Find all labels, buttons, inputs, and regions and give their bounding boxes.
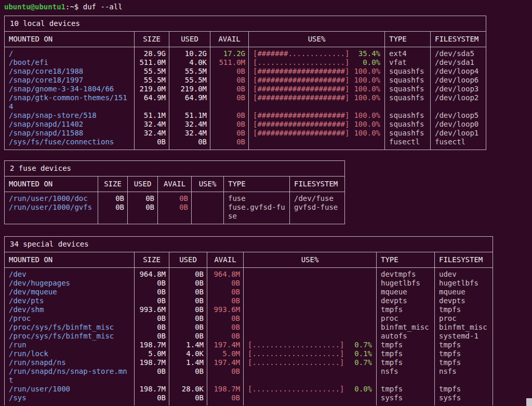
- header-use: USE%: [244, 252, 377, 268]
- cell-size: 198.7M: [135, 385, 169, 394]
- cell-mounted-on: /run/lock: [5, 349, 135, 358]
- usage-bar: [####################]: [253, 67, 349, 76]
- cell-avail: 511.0M: [210, 58, 249, 67]
- cell-mounted-on: /: [5, 47, 135, 59]
- cell-size: 964.8M: [135, 268, 169, 279]
- cell-mounted-on: /dev/hugepages: [5, 279, 135, 288]
- header-filesystem: FILESYSTEM: [431, 32, 486, 47]
- usage-bar: [....................]: [248, 349, 344, 358]
- cell-avail: 0B: [207, 288, 244, 296]
- usage-percent: 0.1%: [354, 349, 372, 358]
- cell-filesystem: nsfs: [435, 367, 493, 385]
- cell-avail: 964.8M: [207, 268, 244, 279]
- cell-use-percent: [####################]100.0%: [249, 76, 385, 85]
- cell-type: ext4: [385, 47, 431, 59]
- usage-bar: [####################]: [253, 76, 349, 85]
- cell-use-percent: [244, 305, 377, 314]
- header-use: USE%: [192, 177, 224, 192]
- header-type: TYPE: [224, 177, 290, 192]
- cell-used: 1.4M: [169, 358, 207, 367]
- cell-used: 64.9M: [169, 93, 210, 111]
- cell-used: 0B: [169, 279, 207, 288]
- cell-size: 511.0M: [135, 58, 169, 67]
- usage-percent: 0.7%: [354, 341, 372, 349]
- cell-use-percent: [244, 288, 377, 296]
- cell-type: hugetlbfs: [377, 279, 435, 288]
- usage-bar: [####################]: [253, 85, 349, 93]
- cell-used: 4.0K: [169, 349, 207, 358]
- header-size: SIZE: [135, 32, 169, 47]
- cell-use-percent: [####################]100.0%: [249, 120, 385, 129]
- table-row: /sys/fs/fuse/connections0B0B0Bfusectlfus…: [5, 138, 486, 150]
- table-row: /run/user/1000/gvfs0B0B0Bfuse.gvfsd-fuse…: [5, 203, 345, 224]
- cell-use-percent: [####################]100.0%: [249, 93, 385, 111]
- cell-mounted-on: /proc/sys/fs/binfmt_misc: [5, 332, 135, 341]
- cell-size: 5.0M: [135, 349, 169, 358]
- table-title: 34 special devices: [5, 237, 493, 252]
- scrollbar-thumb[interactable]: [526, 398, 532, 406]
- cell-used: 10.2G: [169, 47, 210, 59]
- fuse-devices-table: 2 fuse devicesMOUNTED ONSIZEUSEDAVAILUSE…: [4, 160, 345, 224]
- cell-use-percent: [....................]0.7%: [244, 358, 377, 367]
- cell-type: squashfs: [385, 129, 431, 138]
- table-row: /run/user/1000/doc0B0B0Bfuse/dev/fuse: [5, 192, 345, 204]
- cell-type: nsfs: [377, 367, 435, 385]
- cell-use-percent: [....................]0.0%: [249, 58, 385, 67]
- cell-filesystem: tmpfs: [435, 349, 493, 358]
- cell-avail: 993.6M: [207, 305, 244, 314]
- cell-type: squashfs: [385, 111, 431, 120]
- cell-use-percent: [####################]100.0%: [249, 67, 385, 76]
- cell-filesystem: /dev/loop1: [431, 129, 486, 138]
- table-row: /dev/mqueue0B0B0Bmqueuemqueue: [5, 288, 493, 296]
- cell-type: sysfs: [377, 394, 435, 405]
- cell-size: 55.5M: [135, 76, 169, 85]
- cell-size: 0B: [135, 323, 169, 332]
- cell-type: fuse: [224, 192, 290, 204]
- usage-bar: [....................]: [253, 58, 349, 67]
- usage-bar: [####################]: [253, 111, 349, 120]
- cell-type: squashfs: [385, 85, 431, 93]
- table-row: /snap/snap-store/51851.1M51.1M0B[#######…: [5, 111, 486, 120]
- table-row: /run/snapd/ns/snap-store.mnt0B0B0Bnsfsns…: [5, 367, 493, 385]
- table-title: 2 fuse devices: [5, 161, 345, 177]
- cell-filesystem: /dev/loop3: [431, 85, 486, 93]
- cell-avail: 5.0M: [207, 349, 244, 358]
- usage-percent: 100.0%: [354, 85, 380, 93]
- cell-size: 0B: [135, 332, 169, 341]
- cell-size: 55.5M: [135, 67, 169, 76]
- cell-use-percent: [192, 192, 224, 204]
- terminal-window[interactable]: ubuntu@ubuntu1:~$ duf --all 10 local dev…: [0, 0, 532, 406]
- header-filesystem: FILESYSTEM: [290, 177, 345, 192]
- cell-mounted-on: /snap/snapd/11402: [5, 120, 135, 129]
- usage-percent: 100.0%: [354, 67, 380, 76]
- usage-bar: [....................]: [248, 385, 344, 394]
- table-header-row: MOUNTED ONSIZEUSEDAVAILUSE%TYPEFILESYSTE…: [5, 177, 345, 192]
- cell-filesystem: /dev/loop6: [431, 76, 486, 85]
- cell-used: 51.1M: [169, 111, 210, 120]
- cell-size: 32.4M: [135, 120, 169, 129]
- header-avail: AVAIL: [210, 32, 249, 47]
- cell-size: 0B: [135, 367, 169, 385]
- cell-size: 0B: [135, 394, 169, 405]
- cell-filesystem: /dev/fuse: [290, 192, 345, 204]
- cell-avail: 0B: [207, 394, 244, 405]
- usage-bar: [####################]: [253, 129, 349, 138]
- cell-mounted-on: /sys: [5, 394, 135, 405]
- cell-mounted-on: /run/user/1000: [5, 385, 135, 394]
- cell-used: 0B: [169, 367, 207, 385]
- usage-percent: 100.0%: [354, 93, 380, 102]
- cell-mounted-on: /run/user/1000/gvfs: [5, 203, 98, 224]
- usage-percent: 100.0%: [354, 111, 380, 120]
- cell-use-percent: [....................]0.1%: [244, 349, 377, 358]
- table-row: /dev/shm993.6M0B993.6Mtmpfstmpfs: [5, 305, 493, 314]
- usage-bar: [####################]: [253, 120, 349, 129]
- cell-avail: 0B: [207, 314, 244, 323]
- table-row: /dev/hugepages0B0B0Bhugetlbfshugetlbfs: [5, 279, 493, 288]
- cell-avail: 198.7M: [207, 385, 244, 394]
- cell-type: vfat: [385, 58, 431, 67]
- cell-use-percent: [244, 296, 377, 305]
- usage-bar: [#######.............]: [253, 49, 349, 58]
- cell-avail: 0B: [210, 129, 249, 138]
- cell-avail: 0B: [158, 192, 192, 204]
- table-row: /snap/snapd/1140232.4M32.4M0B[##########…: [5, 120, 486, 129]
